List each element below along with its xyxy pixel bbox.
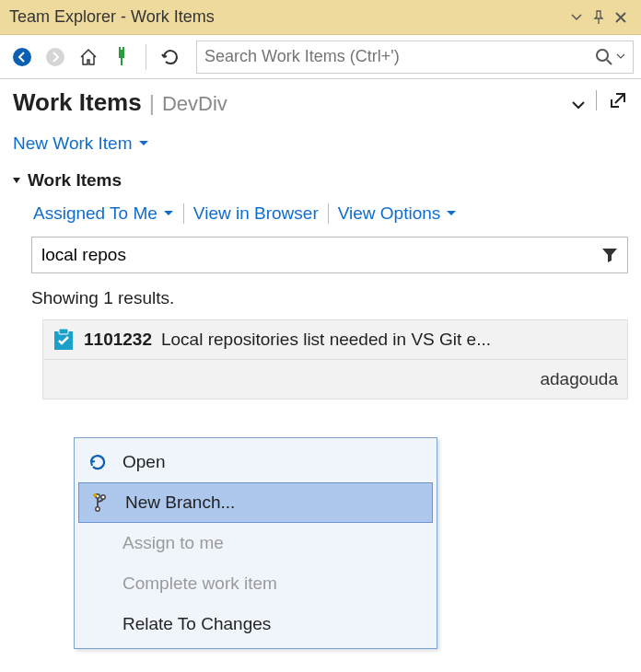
new-work-item-link[interactable]: New Work Item (13, 133, 149, 154)
work-item-assignee: adagouda (42, 360, 628, 400)
work-item-title: Local repositories list needed in VS Git… (161, 330, 618, 350)
new-work-item-section: New Work Item (0, 122, 641, 157)
menu-open[interactable]: Open (76, 442, 435, 482)
filter-bar: Assigned To Me View in Browser View Opti… (0, 196, 641, 231)
toolbar (0, 35, 641, 79)
close-button[interactable] (610, 6, 632, 29)
work-items-subhead[interactable]: Work Items (0, 157, 641, 196)
context-menu: Open New Branch... Assign to me Complete… (74, 437, 437, 649)
assignee-text: adagouda (540, 369, 618, 388)
filter-separator (183, 203, 184, 224)
svg-point-8 (101, 495, 105, 499)
project-name[interactable]: DevDiv (162, 92, 227, 116)
svg-point-7 (96, 507, 99, 511)
collapse-icon (11, 175, 22, 186)
branch-icon (88, 492, 112, 513)
menu-new-branch-label: New Branch... (125, 492, 235, 513)
search-input[interactable] (204, 47, 594, 66)
view-options-link[interactable]: View Options (338, 203, 458, 224)
filter-textbox[interactable] (31, 237, 628, 273)
svg-point-1 (46, 48, 64, 66)
window-title: Team Explorer - Work Items (9, 7, 565, 27)
results-count-label: Showing 1 results. (0, 279, 641, 316)
filter-input[interactable] (41, 245, 601, 265)
pin-button[interactable] (588, 6, 610, 29)
chevron-down-icon (446, 210, 457, 217)
chevron-down-icon (138, 140, 149, 147)
svg-rect-2 (119, 50, 124, 58)
view-in-browser-link[interactable]: View in Browser (193, 203, 319, 224)
forward-button (41, 42, 70, 72)
popout-button[interactable] (596, 90, 628, 110)
menu-new-branch[interactable]: New Branch... (78, 482, 433, 523)
connect-button[interactable] (107, 42, 136, 72)
back-button[interactable] (7, 42, 37, 72)
titlebar: Team Explorer - Work Items (0, 0, 641, 35)
open-icon (86, 453, 110, 471)
svg-point-3 (597, 50, 608, 61)
search-dropdown-icon[interactable] (616, 53, 625, 61)
assigned-filter[interactable]: Assigned To Me (33, 203, 174, 224)
menu-relate-label: Relate To Changes (122, 614, 271, 634)
menu-assign-to-me: Assign to me (76, 523, 435, 563)
menu-open-label: Open (122, 452, 165, 472)
task-icon (52, 328, 75, 352)
dropdown-button[interactable] (565, 6, 588, 29)
work-item-id: 1101232 (84, 330, 152, 350)
title-divider: | (149, 90, 155, 116)
menu-complete-label: Complete work item (122, 574, 277, 594)
svg-rect-5 (59, 329, 68, 334)
menu-assign-label: Assign to me (122, 533, 224, 553)
toolbar-separator (146, 44, 146, 70)
filter-icon[interactable] (601, 248, 618, 262)
svg-point-0 (13, 48, 31, 66)
refresh-button[interactable] (156, 42, 185, 72)
search-icon[interactable] (594, 47, 614, 67)
header-menu-button[interactable] (572, 101, 585, 110)
new-work-item-label: New Work Item (13, 133, 133, 154)
menu-complete-work-item: Complete work item (76, 563, 435, 604)
subhead-label: Work Items (28, 170, 122, 191)
assigned-filter-label: Assigned To Me (33, 203, 157, 224)
page-header: Work Items | DevDiv (0, 79, 641, 122)
menu-relate-to-changes[interactable]: Relate To Changes (76, 604, 435, 644)
work-item-row[interactable]: 1101232 Local repositories list needed i… (42, 319, 628, 360)
search-box[interactable] (196, 41, 634, 74)
filter-separator (328, 203, 329, 224)
view-options-label: View Options (338, 203, 441, 224)
home-button[interactable] (74, 42, 103, 72)
page-title: Work Items (13, 88, 142, 117)
chevron-down-icon (163, 210, 174, 217)
